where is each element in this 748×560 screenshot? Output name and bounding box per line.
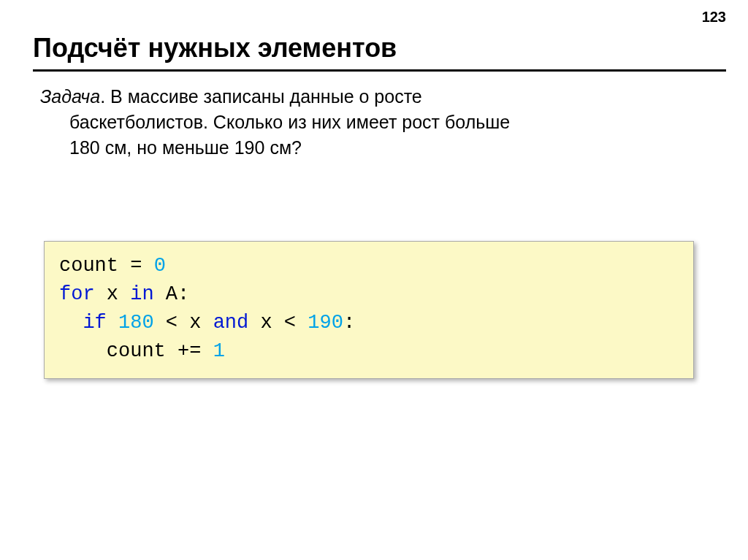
code-token: : [343, 312, 355, 334]
code-keyword: for [59, 283, 95, 305]
code-token: x < [248, 312, 308, 334]
code-token: 190 [308, 312, 343, 334]
code-token: count [59, 255, 118, 277]
title-underline [33, 69, 726, 72]
code-token: x [95, 283, 131, 305]
code-token: 1 [213, 340, 225, 362]
code-token: count += [59, 340, 213, 362]
task-text: Задача. В массиве записаны данные о рост… [40, 84, 704, 161]
page-number: 123 [702, 9, 726, 26]
code-block: count = 0 for x in A: if 180 < x and x <… [44, 241, 694, 379]
code-token [59, 312, 83, 334]
code-token: A: [154, 283, 190, 305]
code-token: = [118, 255, 154, 277]
code-keyword: in [130, 283, 153, 305]
task-line1: . В массиве записаны данные о росте [100, 86, 422, 107]
code-keyword: and [213, 312, 249, 334]
task-label: Задача [40, 86, 100, 107]
task-line2: баскетболистов. Сколько из них имеет рос… [40, 110, 704, 135]
code-keyword: if [83, 312, 106, 334]
slide-title: Подсчёт нужных элементов [33, 33, 397, 64]
code-token [107, 312, 118, 334]
code-token: < x [154, 312, 213, 334]
task-line3: 180 см, но меньше 190 см? [40, 135, 704, 161]
code-token: 0 [154, 255, 166, 277]
code-token: 180 [118, 312, 154, 334]
